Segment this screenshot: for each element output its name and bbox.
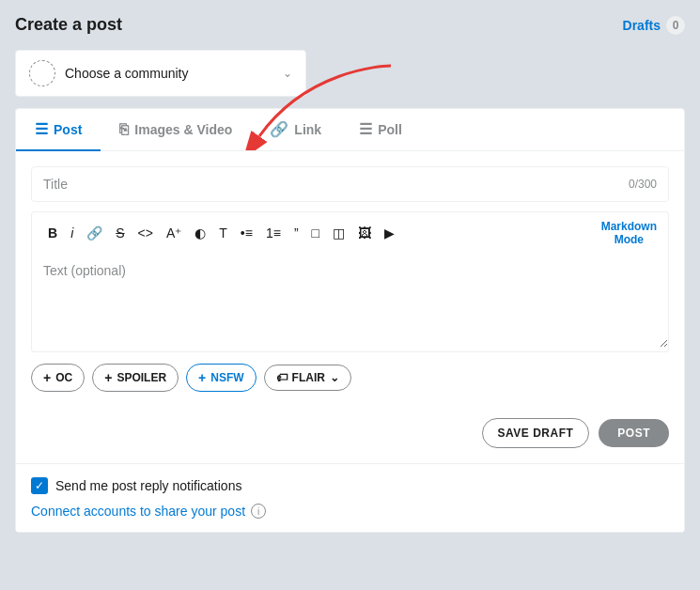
- code-block-button[interactable]: □: [307, 222, 324, 244]
- spoiler-button[interactable]: + SPOILER: [92, 364, 179, 392]
- table-button[interactable]: ◫: [328, 222, 350, 244]
- post-text-input[interactable]: [32, 254, 668, 348]
- flair-button[interactable]: 🏷 FLAIR ⌄: [264, 365, 351, 391]
- italic-button[interactable]: i: [66, 222, 78, 244]
- community-selector[interactable]: Choose a community ⌄: [15, 50, 306, 97]
- connect-accounts-row: Connect accounts to share your post i: [31, 504, 669, 519]
- oc-button[interactable]: + OC: [31, 364, 85, 392]
- nsfw-button[interactable]: + NSFW: [186, 364, 257, 392]
- tab-bar: ☰ Post ⎘ Images & Video 🔗 Link ☰ Poll: [16, 109, 684, 151]
- page-title: Create a post: [15, 15, 122, 35]
- formatting-toolbar: B i 🔗 S <> A⁺ ◐ T •≡ 1≡ ” □ ◫ 🖼 ▶ Markdo…: [31, 211, 669, 254]
- drafts-button[interactable]: Drafts 0: [623, 16, 685, 35]
- post-button[interactable]: POST: [599, 419, 669, 447]
- link-icon: 🔗: [270, 120, 288, 138]
- post-body: 0/300 B i 🔗 S <> A⁺ ◐ T •≡ 1≡ ” □ ◫ 🖼 ▶ …: [16, 151, 684, 463]
- create-post-card: ☰ Post ⎘ Images & Video 🔗 Link ☰ Poll 0/…: [15, 108, 685, 533]
- chevron-down-icon: ⌄: [283, 67, 292, 80]
- poll-icon: ☰: [359, 120, 372, 138]
- superscript-button[interactable]: A⁺: [162, 222, 186, 244]
- connect-accounts-link[interactable]: Connect accounts to share your post: [31, 504, 245, 519]
- video-button[interactable]: ▶: [380, 222, 399, 244]
- flair-chevron-icon: ⌄: [330, 371, 339, 384]
- footer-section: ✓ Send me post reply notifications Conne…: [16, 463, 684, 532]
- title-char-count: 0/300: [629, 178, 657, 191]
- notification-label: Send me post reply notifications: [55, 478, 241, 493]
- strikethrough-button[interactable]: S: [111, 222, 129, 244]
- community-avatar: [29, 60, 55, 86]
- spoiler-toolbar-button[interactable]: ◐: [190, 222, 210, 244]
- bullet-list-button[interactable]: •≡: [236, 222, 257, 244]
- drafts-badge: 0: [666, 16, 685, 35]
- tab-post[interactable]: ☰ Post: [16, 109, 101, 151]
- tab-link[interactable]: 🔗 Link: [251, 109, 340, 151]
- page-header: Create a post Drafts 0: [15, 15, 685, 35]
- tab-images-video[interactable]: ⎘ Images & Video: [101, 109, 251, 151]
- save-draft-button[interactable]: SAVE DRAFT: [482, 418, 590, 448]
- notification-checkbox[interactable]: ✓: [31, 477, 48, 494]
- post-options: + OC + SPOILER + NSFW 🏷 FLAIR ⌄: [31, 364, 669, 392]
- post-icon: ☰: [35, 120, 48, 138]
- tab-poll[interactable]: ☰ Poll: [340, 109, 421, 151]
- link-button[interactable]: 🔗: [82, 222, 107, 244]
- image-icon: ⎘: [119, 121, 129, 138]
- numbered-list-button[interactable]: 1≡: [261, 222, 286, 244]
- notification-row: ✓ Send me post reply notifications: [31, 477, 669, 494]
- info-icon[interactable]: i: [251, 504, 266, 519]
- community-label: Choose a community: [65, 66, 273, 81]
- title-row: 0/300: [31, 166, 669, 202]
- quote-button[interactable]: ”: [289, 222, 303, 244]
- heading-button[interactable]: T: [214, 222, 232, 244]
- bold-button[interactable]: B: [43, 222, 62, 244]
- text-area-wrapper: [31, 254, 669, 352]
- title-input[interactable]: [43, 177, 629, 192]
- code-button[interactable]: <>: [133, 222, 158, 244]
- markdown-mode-button[interactable]: MarkdownMode: [601, 220, 657, 246]
- image-upload-button[interactable]: 🖼: [353, 222, 376, 244]
- post-actions: SAVE DRAFT POST: [31, 407, 669, 448]
